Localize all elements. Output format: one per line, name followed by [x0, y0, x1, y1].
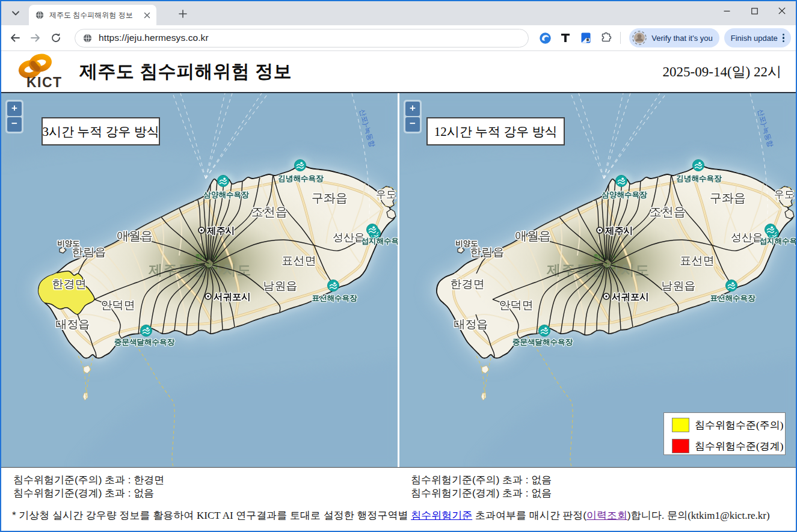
browser-tab[interactable]: 제주도 침수피해위험 정보 — [29, 5, 156, 25]
toolbar-separator — [620, 32, 621, 44]
extension-privacy-icon[interactable] — [577, 29, 595, 47]
tab-title: 제주도 침수피해위험 정보 — [49, 10, 138, 20]
back-button[interactable] — [5, 28, 25, 47]
criteria-link[interactable]: 침수위험기준 — [411, 510, 472, 521]
letter-t-icon — [559, 32, 571, 44]
legend-row: 침수위험수준(경계) — [672, 437, 785, 455]
kict-infinity-icon — [19, 55, 51, 77]
avatar-icon — [632, 31, 647, 45]
zoom-out-button[interactable]: − — [405, 117, 420, 132]
window-controls — [713, 1, 796, 20]
district-label-pyoseon: 표선면 — [680, 254, 715, 267]
beach-label-gimnyeong: 김녕해수욕장 — [278, 174, 324, 183]
new-tab-button[interactable] — [174, 5, 191, 22]
browser-window: 제주도 침수피해위험 정보 — [0, 0, 797, 532]
history-link[interactable]: 이력조회 — [586, 510, 627, 521]
beach-label-jungmun: 중문색달해수욕장 — [512, 338, 573, 346]
district-label-aewol: 애월읍 — [515, 229, 551, 242]
status-warning-left: 침수위험기준(주의) 초과 : 한경면 — [13, 474, 164, 487]
legend-swatch-warning — [672, 418, 689, 432]
province-watermark: 제주특별자치도 — [148, 263, 252, 278]
extension-t-icon[interactable] — [556, 29, 574, 47]
island-label-biyangdo: 비양도 — [455, 239, 478, 248]
zoom-in-button[interactable]: + — [405, 102, 420, 116]
map-3hour[interactable]: 한라산국립공원제주특별자치도산포)-녹동항한림읍애월읍한경면안덕면대정읍조천읍구… — [1, 93, 398, 467]
status-left: 침수위험기준(주의) 초과 : 한경면 침수위험기준(경계) 초과 : 없음 — [13, 474, 164, 500]
district-label-gujwa: 구좌읍 — [312, 191, 348, 204]
swirl-logo-icon — [539, 32, 552, 44]
update-chip-label: Finish update — [731, 34, 778, 43]
beach-label-pyoseonb: 표선해수욕장 — [312, 294, 358, 302]
legend-swatch-alert — [672, 439, 689, 453]
status-right: 침수위험기준(주의) 초과 : 없음 침수위험기준(경계) 초과 : 없음 — [411, 474, 552, 500]
minimize-button[interactable] — [713, 1, 740, 20]
jeju-map-svg: 한라산국립공원제주특별자치도산포)-녹동항한림읍애월읍한경면안덕면대정읍조천읍구… — [399, 93, 796, 467]
beach-label-jungmun: 중문색달해수욕장 — [114, 338, 175, 346]
island-label-udo: 우도 — [774, 189, 795, 200]
browser-menu-kebab-icon[interactable] — [783, 34, 784, 43]
zoom-control: +− — [5, 100, 23, 133]
close-icon — [144, 12, 150, 19]
jeju-map-svg: 한라산국립공원제주특별자치도산포)-녹동항한림읍애월읍한경면안덕면대정읍조천읍구… — [1, 93, 398, 467]
city-label-jeju: 제주시 — [605, 225, 633, 236]
island-label-udo: 우도 — [376, 189, 396, 200]
reload-button[interactable] — [46, 28, 66, 47]
maximize-icon — [751, 8, 758, 14]
city-label-seogwipo: 서귀포시 — [612, 292, 649, 302]
legend-label: 침수위험수준(경계) — [695, 439, 783, 453]
status-warning-right: 침수위험기준(주의) 초과 : 없음 — [411, 474, 552, 487]
tab-close-button[interactable] — [142, 10, 152, 20]
district-label-jocheon: 조천읍 — [251, 205, 288, 218]
verify-identity-chip[interactable]: Verify that it's you — [629, 28, 719, 47]
district-label-hallim: 한림읍 — [72, 246, 106, 258]
page-footer: 침수위험기준(주의) 초과 : 한경면 침수위험기준(경계) 초과 : 없음 침… — [1, 467, 796, 531]
window-close-button[interactable] — [768, 1, 796, 20]
kict-logo-text: KICT — [26, 75, 63, 89]
province-watermark: 제주특별자치도 — [546, 263, 650, 278]
zoom-in-button[interactable]: + — [7, 102, 22, 116]
map-method-label-left: 3시간 누적 강우 방식 — [42, 117, 160, 145]
district-label-seongsan: 성산읍 — [731, 231, 763, 243]
footer-note: * 기상청 실시간 강우량 정보를 활용하여 KICT AI 연구결과를 토대로… — [12, 509, 770, 522]
district-label-jocheon: 조천읍 — [650, 205, 686, 218]
beach-label-gimnyeong: 김녕해수욕장 — [677, 174, 722, 183]
zoom-out-button[interactable]: − — [7, 117, 22, 132]
city-label-jeju: 제주시 — [206, 225, 235, 236]
maximize-button[interactable] — [740, 1, 768, 20]
beach-label-samyang: 삼양해수욕장 — [203, 191, 250, 199]
plus-icon — [179, 10, 187, 18]
district-label-gujwa: 구좌읍 — [710, 191, 746, 204]
district-label-hangyeong: 한경면 — [451, 278, 485, 290]
tab-strip: 제주도 침수피해위험 정보 — [1, 1, 796, 25]
tab-search-button[interactable] — [7, 5, 24, 22]
kict-logo: KICT — [13, 53, 73, 89]
district-label-daejeong: 대정읍 — [454, 318, 488, 331]
site-globe-icon[interactable] — [82, 33, 93, 43]
url-text[interactable]: https://jeju.hermesys.co.kr — [99, 32, 209, 43]
url-bar[interactable]: https://jeju.hermesys.co.kr — [75, 29, 529, 47]
extension-swirl-icon[interactable] — [536, 29, 554, 47]
zoom-control: +− — [404, 100, 422, 133]
globe-icon — [82, 33, 93, 43]
forward-arrow-icon — [30, 32, 41, 43]
extensions-puzzle-button[interactable] — [597, 29, 615, 47]
verify-chip-label: Verify that it's you — [651, 34, 712, 43]
beach-label-seopji: 섭지해수욕장 — [362, 237, 398, 245]
city-label-seogwipo: 서귀포시 — [214, 292, 251, 302]
district-label-pyoseon: 표선면 — [282, 254, 316, 267]
web-page: KICT 제주도 침수피해위험 정보 2025-09-14(일) 22시 한라산… — [1, 51, 796, 531]
district-label-aewol: 애월읍 — [117, 229, 153, 242]
status-alert-left: 침수위험기준(경계) 초과 : 없음 — [13, 487, 164, 500]
maps-row: 한라산국립공원제주특별자치도산포)-녹동항한림읍애월읍한경면안덕면대정읍조천읍구… — [1, 93, 796, 467]
beach-label-seopji: 섭지해수욕장 — [760, 237, 796, 245]
finish-update-chip[interactable]: Finish update — [724, 28, 791, 47]
page-header: KICT 제주도 침수피해위험 정보 2025-09-14(일) 22시 — [1, 51, 796, 93]
district-label-andeok: 안덕면 — [101, 299, 135, 311]
minimize-icon — [724, 8, 730, 14]
card-lock-icon — [580, 32, 592, 44]
profile-avatar — [632, 31, 647, 45]
district-label-hangyeong: 한경면 — [52, 278, 87, 290]
map-12hour[interactable]: 한라산국립공원제주특별자치도산포)-녹동항한림읍애월읍한경면안덕면대정읍조천읍구… — [399, 93, 796, 467]
forward-button[interactable] — [26, 28, 45, 47]
district-label-andeok: 안덕면 — [499, 299, 534, 311]
